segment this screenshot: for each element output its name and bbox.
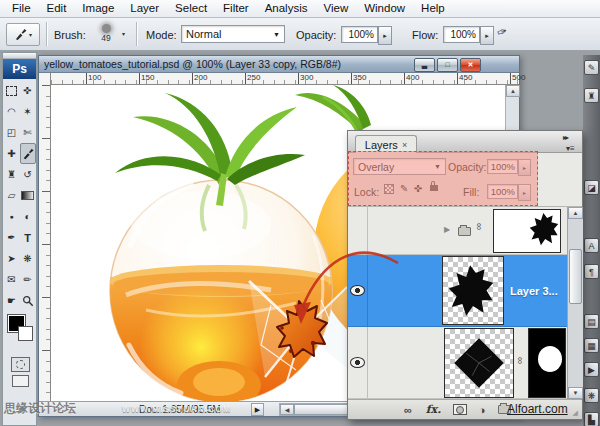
blur-tool-icon[interactable]: ● (4, 206, 20, 227)
scroll-up-icon[interactable]: ▲ (568, 207, 583, 219)
visibility-toggle[interactable] (348, 255, 368, 326)
maximize-button[interactable]: □ (437, 58, 458, 72)
history-brush-tool-icon[interactable]: ↺ (20, 164, 36, 185)
styles-panel-icon[interactable]: ❋ (584, 388, 599, 403)
link-layers-icon[interactable]: ∞ (404, 404, 412, 416)
hand-tool-icon[interactable]: ☛ (4, 290, 20, 311)
flow-slider-button[interactable]: ▸ (480, 26, 494, 45)
custom-shape-tool-icon[interactable]: ❋ (20, 248, 36, 269)
character-panel-icon[interactable]: A (584, 238, 599, 253)
lock-position-icon[interactable]: ✜ (414, 183, 422, 194)
opacity-slider-icon[interactable]: ▸ (518, 159, 531, 176)
pen-tool-icon[interactable]: ✒ (4, 227, 20, 248)
layers-scrollbar[interactable]: ▲ ▼ (567, 207, 583, 399)
layer-opacity-input[interactable]: 100% (487, 159, 518, 174)
gradient-tool-icon[interactable] (20, 185, 36, 206)
menu-item-filter[interactable]: Filter (215, 1, 257, 16)
layer-thumbnail[interactable] (442, 256, 504, 325)
menu-item-analysis[interactable]: Analysis (257, 1, 316, 16)
layers-tab[interactable]: Layers × (355, 135, 417, 153)
brushes-panel-icon[interactable]: ✎ (584, 60, 599, 75)
scroll-left-icon[interactable]: ◀ (280, 404, 294, 415)
flow-input[interactable]: 100% (443, 26, 480, 43)
layer-name[interactable]: Layer 3... (510, 285, 558, 297)
rectangular-marquee-tool-icon[interactable] (4, 80, 20, 101)
zoom-tool-icon[interactable] (20, 290, 36, 311)
lock-transparency-icon[interactable] (384, 184, 394, 194)
path-selection-tool-icon[interactable]: ➤ (4, 248, 20, 269)
visibility-toggle[interactable] (348, 207, 368, 254)
collapse-to-icons-icon[interactable]: ▸▸ (563, 133, 567, 142)
eraser-tool-icon[interactable]: ▱ (4, 185, 20, 206)
lock-all-icon[interactable] (430, 181, 438, 191)
resize-grip-icon[interactable]: ◢ (573, 409, 578, 417)
layer-row-crack[interactable]: ∞ (348, 327, 567, 399)
opacity-slider-button[interactable]: ▸ (378, 26, 392, 45)
tab-close-icon[interactable]: × (402, 140, 407, 150)
crop-tool-icon[interactable]: ◰ (4, 122, 20, 143)
menu-item-help[interactable]: Help (413, 1, 453, 16)
lasso-tool-icon[interactable]: ◠ (4, 101, 20, 122)
magic-wand-tool-icon[interactable]: ✶ (20, 101, 36, 122)
layer-row-group[interactable]: ▶ ∞ (348, 207, 567, 255)
group-expand-icon[interactable]: ▶ (444, 225, 450, 234)
fill-slider-icon[interactable]: ▸ (518, 184, 531, 201)
paragraph-panel-icon[interactable]: ¶ (584, 264, 599, 279)
menu-item-window[interactable]: Window (356, 1, 413, 16)
layer-fill-input[interactable]: 100% (487, 184, 518, 199)
layer-row-selected[interactable]: Layer 3... (348, 255, 567, 327)
layer-comps-panel-icon[interactable]: ▤ (584, 314, 599, 329)
lock-pixels-icon[interactable]: ✎ (400, 183, 408, 194)
minimize-button[interactable]: ▃ (414, 58, 435, 72)
type-tool-icon[interactable]: T (20, 227, 36, 248)
channels-panel-icon[interactable]: ▦ (584, 338, 599, 353)
layer-thumbnail[interactable] (493, 209, 561, 253)
brush-preset-preview[interactable]: 49 (92, 24, 120, 46)
move-tool-icon[interactable]: ✜ (20, 80, 36, 101)
visibility-toggle[interactable] (348, 327, 368, 398)
menu-item-image[interactable]: Image (74, 1, 122, 16)
panel-menu-icon[interactable]: ▾≡ (566, 144, 575, 153)
adjustment-layer-icon[interactable]: ◑ (479, 404, 486, 416)
actions-panel-icon[interactable]: ▶ (584, 362, 599, 377)
fill-label: Fill: (463, 186, 479, 198)
screen-mode-button[interactable] (12, 375, 29, 387)
swatches-panel-icon[interactable]: ◪ (584, 180, 599, 195)
layer-style-icon[interactable]: fx. (426, 403, 441, 416)
healing-brush-tool-icon[interactable]: ✚ (4, 143, 20, 164)
layer-thumbnail[interactable] (444, 328, 514, 398)
menu-item-file[interactable]: File (4, 1, 39, 16)
opacity-input[interactable]: 100% (341, 26, 378, 43)
background-color-swatch[interactable] (18, 326, 33, 341)
add-mask-icon[interactable] (453, 404, 467, 415)
blend-mode-select[interactable]: Normal ▼ (181, 25, 285, 43)
scrollbar-thumb[interactable] (569, 249, 582, 304)
blend-mode-dropdown[interactable]: Overlay ▼ (353, 158, 446, 175)
group-folder-icon (458, 227, 471, 236)
slice-tool-icon[interactable]: ✄ (20, 122, 36, 143)
mask-link-icon[interactable]: ∞ (515, 357, 526, 364)
menu-item-view[interactable]: View (315, 1, 356, 16)
histogram-panel-icon[interactable]: ▙ (584, 412, 599, 426)
notes-tool-icon[interactable]: ✉ (4, 269, 20, 290)
scrollbar-thumb[interactable] (294, 404, 354, 415)
airbrush-toggle-icon[interactable]: ✑ (495, 24, 509, 41)
menu-item-layer[interactable]: Layer (122, 1, 167, 16)
chevron-down-icon[interactable]: ▾ (122, 30, 125, 37)
quick-mask-mode-button[interactable] (11, 357, 30, 372)
layers-panel-title-bar[interactable]: Layers × ▸▸ ▾≡ (348, 131, 582, 153)
close-button[interactable]: ✕ (460, 58, 481, 72)
dodge-tool-icon[interactable]: ◐ (20, 206, 36, 227)
status-popup-button[interactable]: ▶ (251, 403, 264, 416)
clone-stamp-tool-icon[interactable]: ♜ (4, 164, 20, 185)
eyedropper-tool-icon[interactable]: ✏ (20, 269, 36, 290)
layer-mask-thumbnail[interactable] (528, 328, 566, 398)
clone-source-panel-icon[interactable]: ♜ (584, 88, 599, 103)
scroll-up-icon[interactable]: ▲ (506, 85, 520, 97)
menu-item-edit[interactable]: Edit (39, 1, 75, 16)
menu-item-select[interactable]: Select (167, 1, 215, 16)
brush-tool-icon[interactable] (20, 143, 36, 164)
new-group-icon[interactable] (498, 405, 511, 414)
tool-preset-picker[interactable]: ▾ (6, 23, 40, 46)
scroll-down-icon[interactable]: ▼ (568, 387, 583, 399)
